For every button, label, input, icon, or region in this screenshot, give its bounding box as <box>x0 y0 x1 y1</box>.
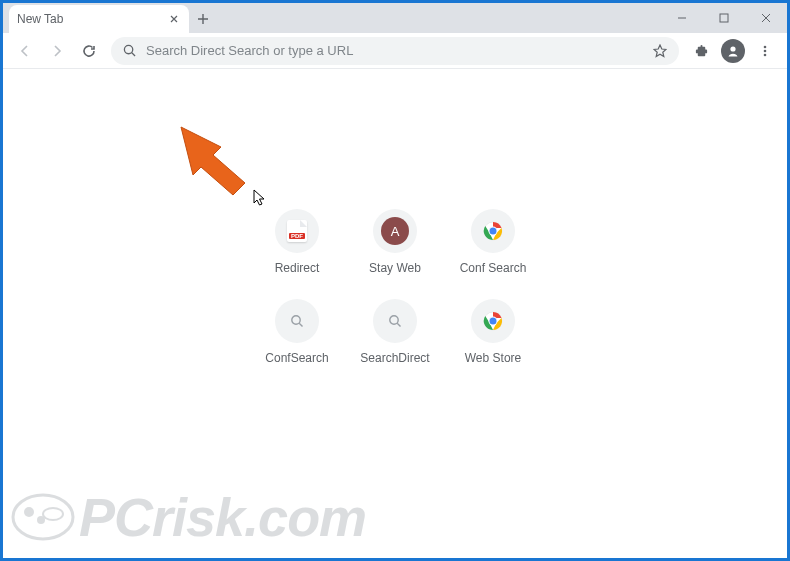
mouse-cursor-icon <box>253 189 267 207</box>
tab-strip: New Tab <box>3 3 787 33</box>
shortcut-label: ConfSearch <box>265 351 328 365</box>
close-tab-icon[interactable] <box>167 12 181 26</box>
chrome-icon <box>471 209 515 253</box>
svg-point-1 <box>124 45 132 53</box>
browser-tab[interactable]: New Tab <box>9 5 189 33</box>
annotation-arrow <box>173 119 263 199</box>
shortcut-label: Redirect <box>275 261 320 275</box>
shortcut-searchdirect[interactable]: SearchDirect <box>349 299 441 365</box>
new-tab-button[interactable] <box>189 5 217 33</box>
maximize-button[interactable] <box>703 3 745 33</box>
profile-avatar[interactable] <box>719 37 747 65</box>
address-bar[interactable]: Search Direct Search or type a URL <box>111 37 679 65</box>
svg-point-10 <box>292 316 300 324</box>
svg-point-15 <box>490 318 497 325</box>
shortcut-label: Web Store <box>465 351 521 365</box>
shortcut-redirect[interactable]: Redirect <box>251 209 343 275</box>
reload-button[interactable] <box>75 37 103 65</box>
new-tab-page: Redirect A Stay Web Conf Search ConfSear… <box>3 69 787 558</box>
svg-point-9 <box>490 228 497 235</box>
shortcut-label: Stay Web <box>369 261 421 275</box>
svg-marker-16 <box>181 127 245 195</box>
svg-point-2 <box>730 46 735 51</box>
chrome-icon <box>471 299 515 343</box>
shortcuts-grid: Redirect A Stay Web Conf Search ConfSear… <box>251 209 539 365</box>
svg-point-11 <box>390 316 398 324</box>
shortcut-web-store[interactable]: Web Store <box>447 299 539 365</box>
watermark-text: PCrisk.com <box>79 486 366 548</box>
svg-point-4 <box>764 49 767 52</box>
shortcut-label: SearchDirect <box>360 351 429 365</box>
menu-icon[interactable] <box>751 37 779 65</box>
watermark: PCrisk.com <box>11 486 366 548</box>
shortcut-label: Conf Search <box>460 261 527 275</box>
shortcut-conf-search[interactable]: Conf Search <box>447 209 539 275</box>
tab-title: New Tab <box>17 12 167 26</box>
minimize-button[interactable] <box>661 3 703 33</box>
extensions-icon[interactable] <box>687 37 715 65</box>
bookmark-star-icon[interactable] <box>653 44 667 58</box>
address-bar-placeholder: Search Direct Search or type a URL <box>146 43 653 58</box>
svg-point-5 <box>764 53 767 56</box>
close-window-button[interactable] <box>745 3 787 33</box>
svg-rect-0 <box>720 14 728 22</box>
forward-button[interactable] <box>43 37 71 65</box>
shortcut-confsearch[interactable]: ConfSearch <box>251 299 343 365</box>
window-controls <box>661 3 787 33</box>
shortcut-stay-web[interactable]: A Stay Web <box>349 209 441 275</box>
svg-point-18 <box>24 507 34 517</box>
back-button[interactable] <box>11 37 39 65</box>
search-icon <box>373 299 417 343</box>
svg-point-3 <box>764 45 767 48</box>
toolbar: Search Direct Search or type a URL <box>3 33 787 69</box>
letter-avatar-icon: A <box>373 209 417 253</box>
svg-point-20 <box>43 508 63 520</box>
search-icon <box>275 299 319 343</box>
pdf-icon <box>275 209 319 253</box>
search-icon <box>123 44 136 57</box>
